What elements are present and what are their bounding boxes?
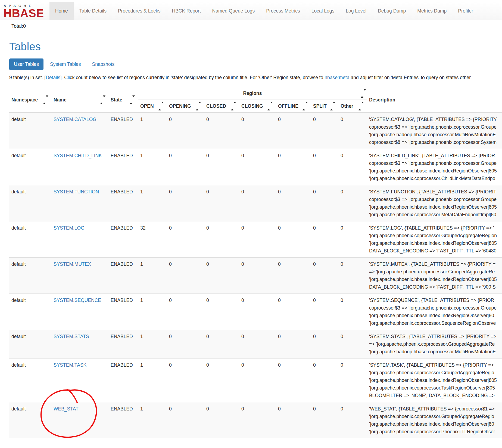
nav-item-procedures-locks[interactable]: Procedures & Locks xyxy=(112,2,166,20)
open-count[interactable]: 1 xyxy=(138,359,167,402)
split-count[interactable]: 0 xyxy=(311,185,338,221)
closing-count[interactable]: 0 xyxy=(239,402,276,438)
closing-count[interactable]: 0 xyxy=(239,149,276,185)
open-count[interactable]: 1 xyxy=(138,294,167,330)
other-count[interactable]: 0 xyxy=(338,402,367,438)
open-count[interactable]: 1 xyxy=(138,149,167,185)
closed-count[interactable]: 0 xyxy=(204,221,239,258)
column-header-split[interactable]: SPLIT xyxy=(311,100,338,113)
open-count[interactable]: 1 xyxy=(138,258,167,294)
nav-item-metrics-dump[interactable]: Metrics Dump xyxy=(411,2,452,20)
split-count[interactable]: 0 xyxy=(311,149,338,185)
tab-system-tables[interactable]: System Tables xyxy=(45,58,85,70)
table-link-system-function[interactable]: SYSTEM.FUNCTION xyxy=(54,189,99,194)
opening-count[interactable]: 0 xyxy=(167,359,204,402)
column-header-offline[interactable]: OFFLINE xyxy=(276,100,311,113)
offline-count[interactable]: 0 xyxy=(276,294,311,330)
other-count[interactable]: 0 xyxy=(338,258,367,294)
table-link-system-log[interactable]: SYSTEM.LOG xyxy=(54,225,85,231)
closing-count[interactable]: 0 xyxy=(239,185,276,221)
closed-count[interactable]: 0 xyxy=(204,294,239,330)
opening-count[interactable]: 0 xyxy=(167,330,204,359)
split-count[interactable]: 0 xyxy=(311,330,338,359)
column-header-closed[interactable]: CLOSED xyxy=(204,100,239,113)
tab-user-tables[interactable]: User Tables xyxy=(9,58,43,70)
closing-count[interactable]: 0 xyxy=(239,221,276,258)
open-count[interactable]: 1 xyxy=(138,402,167,438)
table-link-system-sequence[interactable]: SYSTEM.SEQUENCE xyxy=(54,298,101,303)
other-count[interactable]: 0 xyxy=(338,185,367,221)
closing-count[interactable]: 0 xyxy=(239,294,276,330)
column-header-open[interactable]: OPEN xyxy=(138,100,167,113)
closing-count[interactable]: 0 xyxy=(239,113,276,149)
offline-count[interactable]: 0 xyxy=(276,359,311,402)
closing-count[interactable]: 0 xyxy=(239,359,276,402)
closing-count[interactable]: 0 xyxy=(239,330,276,359)
closed-count[interactable]: 0 xyxy=(204,330,239,359)
nav-item-named-queue-logs[interactable]: Named Queue Logs xyxy=(207,2,261,20)
closed-count[interactable]: 0 xyxy=(204,359,239,402)
open-count[interactable]: 32 xyxy=(138,221,167,258)
offline-count[interactable]: 0 xyxy=(276,402,311,438)
nav-item-local-logs[interactable]: Local Logs xyxy=(306,2,340,20)
split-count[interactable]: 0 xyxy=(311,258,338,294)
column-header-namespace[interactable]: Namespace xyxy=(9,87,51,113)
hbase-meta-link[interactable]: hbase:meta xyxy=(325,75,349,80)
column-group-regions[interactable]: Regions xyxy=(138,87,367,100)
other-count[interactable]: 0 xyxy=(338,294,367,330)
closing-count[interactable]: 0 xyxy=(239,258,276,294)
split-count[interactable]: 0 xyxy=(311,221,338,258)
opening-count[interactable]: 0 xyxy=(167,294,204,330)
other-count[interactable]: 0 xyxy=(338,149,367,185)
column-header-state[interactable]: State xyxy=(108,87,138,113)
details-link[interactable]: Details xyxy=(46,75,60,80)
closed-count[interactable]: 0 xyxy=(204,402,239,438)
open-count[interactable]: 1 xyxy=(138,185,167,221)
nav-item-home[interactable]: Home xyxy=(49,2,74,20)
split-count[interactable]: 0 xyxy=(311,359,338,402)
table-link-system-task[interactable]: SYSTEM.TASK xyxy=(54,362,86,368)
nav-item-profiler[interactable]: Profiler xyxy=(452,2,479,20)
opening-count[interactable]: 0 xyxy=(167,402,204,438)
open-count[interactable]: 1 xyxy=(138,113,167,149)
opening-count[interactable]: 0 xyxy=(167,113,204,149)
offline-count[interactable]: 0 xyxy=(276,185,311,221)
other-count[interactable]: 0 xyxy=(338,359,367,402)
nav-item-log-level[interactable]: Log Level xyxy=(340,2,372,20)
closed-count[interactable]: 0 xyxy=(204,185,239,221)
offline-count[interactable]: 0 xyxy=(276,113,311,149)
other-count[interactable]: 0 xyxy=(338,113,367,149)
state-cell: ENABLED xyxy=(108,402,138,438)
table-link-system-mutex[interactable]: SYSTEM.MUTEX xyxy=(54,261,91,267)
closed-count[interactable]: 0 xyxy=(204,113,239,149)
column-header-name[interactable]: Name xyxy=(51,87,108,113)
opening-count[interactable]: 0 xyxy=(167,185,204,221)
closed-count[interactable]: 0 xyxy=(204,258,239,294)
split-count[interactable]: 0 xyxy=(311,294,338,330)
table-link-system-catalog[interactable]: SYSTEM.CATALOG xyxy=(54,117,96,122)
split-count[interactable]: 0 xyxy=(311,113,338,149)
column-header-opening[interactable]: OPENING xyxy=(167,100,204,113)
open-count[interactable]: 1 xyxy=(138,330,167,359)
nav-item-hbck-report[interactable]: HBCK Report xyxy=(166,2,207,20)
nav-item-table-details[interactable]: Table Details xyxy=(74,2,112,20)
offline-count[interactable]: 0 xyxy=(276,330,311,359)
tab-snapshots[interactable]: Snapshots xyxy=(88,58,119,70)
table-link-web-stat[interactable]: WEB_STAT xyxy=(54,406,79,412)
table-link-system-child-link[interactable]: SYSTEM.CHILD_LINK xyxy=(54,153,102,158)
nav-item-process-metrics[interactable]: Process Metrics xyxy=(260,2,305,20)
offline-count[interactable]: 0 xyxy=(276,258,311,294)
column-header-other[interactable]: Other xyxy=(338,100,367,113)
table-link-system-stats[interactable]: SYSTEM.STATS xyxy=(54,334,89,339)
opening-count[interactable]: 0 xyxy=(167,258,204,294)
opening-count[interactable]: 0 xyxy=(167,221,204,258)
opening-count[interactable]: 0 xyxy=(167,149,204,185)
nav-item-debug-dump[interactable]: Debug Dump xyxy=(372,2,411,20)
offline-count[interactable]: 0 xyxy=(276,149,311,185)
column-header-closing[interactable]: CLOSING xyxy=(239,100,276,113)
offline-count[interactable]: 0 xyxy=(276,221,311,258)
other-count[interactable]: 0 xyxy=(338,330,367,359)
other-count[interactable]: 0 xyxy=(338,221,367,258)
split-count[interactable]: 0 xyxy=(311,402,338,438)
closed-count[interactable]: 0 xyxy=(204,149,239,185)
